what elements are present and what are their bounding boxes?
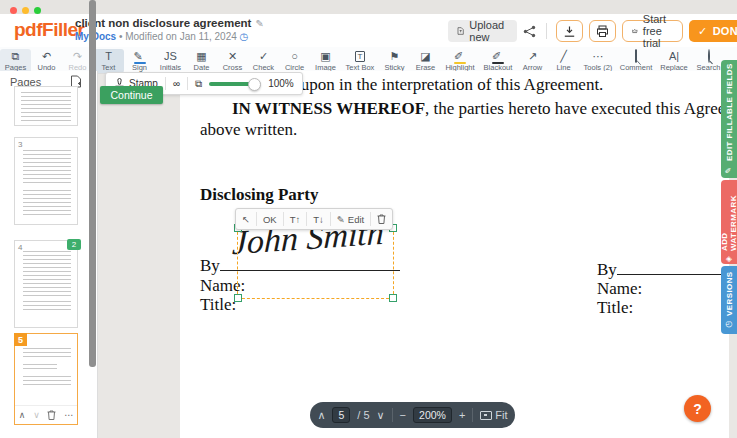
tool-sticky[interactable]: ⚑Sticky (379, 49, 410, 73)
zoom-level-value[interactable]: 200% (413, 407, 452, 423)
move-page-down-icon[interactable]: ∨ (33, 410, 40, 420)
document-title-block: client non disclosure agreement✎ My Docs… (75, 17, 264, 42)
continue-button[interactable]: Continue (100, 86, 163, 104)
pages-icon: ⧉ (12, 50, 20, 62)
previous-page-chevron-icon[interactable]: ∧ (317, 409, 325, 422)
delete-signature-icon[interactable] (371, 212, 392, 226)
tool-initials[interactable]: JSInitials (155, 49, 186, 73)
zoom-window-button[interactable] (34, 7, 41, 14)
page-thumbnail-4[interactable]: 4 2 (14, 240, 78, 328)
page-more-options-icon[interactable]: ⋯ (64, 410, 73, 420)
text-icon: T (105, 50, 112, 62)
witness-paragraph-line2: above written. (200, 120, 297, 140)
main-toolbar: ⧉Pages ↶Undo ↷Redo TText ✎Sign JSInitial… (0, 47, 737, 74)
page-number: 3 (18, 140, 22, 149)
download-icon (563, 25, 576, 38)
link-fields-icon[interactable]: ∞ (173, 78, 180, 89)
tool-undo[interactable]: ↶Undo (31, 49, 62, 73)
edit-button[interactable]: ✎Edit (331, 212, 371, 226)
upload-new-button[interactable]: Upload new (448, 20, 517, 42)
versions-tab[interactable]: ◷ VERSIONS (721, 266, 737, 334)
crown-icon (632, 26, 638, 36)
arrow-icon: ↗ (528, 50, 537, 62)
text-box-icon: T (355, 51, 366, 62)
comment-bubble-icon (635, 49, 637, 63)
line-icon: ╱ (560, 50, 567, 62)
rename-pencil-icon[interactable]: ✎ (255, 18, 263, 29)
opacity-value: 100% (268, 78, 294, 89)
document-canvas[interactable]: d upon in the interpretation of this Agr… (180, 71, 729, 438)
font-size-up-button[interactable]: T↑ (284, 212, 308, 226)
document-title: client non disclosure agreement (75, 17, 251, 29)
calendar-icon: ▦ (196, 50, 206, 62)
printer-icon (596, 25, 609, 38)
edit-fillable-fields-tab[interactable]: ✎ EDIT FILLABLE FIELDS (721, 60, 737, 178)
disclosing-party-heading: Disclosing Party (200, 185, 319, 205)
page-navigation-bar: ∧ 5 / 5 ∨ − 200% + Fit (310, 402, 515, 428)
fit-button[interactable]: Fit (480, 409, 507, 421)
title-field-left: Title: (200, 295, 236, 315)
download-button[interactable] (556, 20, 583, 42)
zoom-in-button[interactable]: + (459, 409, 465, 421)
app-header: pdfFiller client non disclosure agreemen… (0, 14, 737, 48)
ok-button[interactable]: OK (257, 212, 284, 226)
print-button[interactable] (589, 20, 616, 42)
opacity-slider[interactable] (209, 82, 261, 86)
tool-cross[interactable]: ✕Cross (217, 49, 248, 73)
next-page-chevron-icon[interactable]: ∨ (377, 409, 385, 422)
sidebar-scrollbar[interactable] (89, 0, 96, 367)
help-button[interactable]: ? (684, 395, 711, 422)
done-button[interactable]: ✓ DONE (689, 20, 737, 42)
tool-replace[interactable]: A|Replace (655, 49, 693, 73)
tool-text[interactable]: TText (93, 49, 124, 73)
signature-selection-box[interactable] (237, 227, 394, 299)
tool-tools-more[interactable]: ⋯Tools (2) (579, 49, 617, 73)
tool-image[interactable]: ▣Image (310, 49, 341, 73)
move-handle-icon[interactable]: ↖ (236, 212, 257, 226)
signature-line (617, 260, 725, 275)
resize-handle[interactable] (234, 294, 242, 302)
page-thumbnail-3[interactable]: 3 (14, 137, 78, 225)
sticky-flag-icon: ⚑ (390, 50, 400, 62)
font-size-down-button[interactable]: T↓ (307, 212, 331, 226)
title-field-right: Title: (597, 298, 633, 318)
delete-page-icon[interactable] (47, 410, 56, 420)
tool-blackout[interactable]: ✐Blackout (479, 49, 517, 73)
tool-date[interactable]: ▦Date (186, 49, 217, 73)
page-thumbnail-5-selected[interactable]: 5 ∧ ∨ ⋯ (14, 333, 78, 425)
close-window-button[interactable] (10, 7, 17, 14)
tool-pages[interactable]: ⧉Pages (0, 49, 31, 73)
undo-icon: ↶ (42, 50, 51, 62)
add-watermark-tab[interactable]: ◈ ADD WATERMARK (721, 180, 737, 264)
share-icon[interactable] (523, 25, 536, 38)
name-field-right: Name: (597, 279, 642, 299)
tool-highlight[interactable]: ✐Highlight (441, 49, 479, 73)
current-page-input[interactable]: 5 (332, 407, 350, 423)
history-clock-icon[interactable]: ◷ (240, 31, 249, 42)
circle-icon: ○ (291, 50, 298, 62)
move-page-up-icon[interactable]: ∧ (19, 410, 26, 420)
tool-search[interactable]: Search (693, 49, 724, 73)
tool-sign[interactable]: ✎Sign (124, 49, 155, 73)
slider-knob[interactable] (248, 78, 261, 91)
minimize-window-button[interactable] (22, 7, 29, 14)
tool-circle[interactable]: ○Circle (279, 49, 310, 73)
duplicate-icon[interactable]: ⧉ (195, 78, 202, 90)
resize-handle[interactable] (389, 294, 397, 302)
signature-mini-toolbar: ↖ OK T↑ T↓ ✎Edit (235, 208, 393, 230)
pdffiller-logo[interactable]: pdfFiller (14, 19, 84, 41)
initials-icon: JS (164, 50, 177, 62)
tool-line[interactable]: ╱Line (548, 49, 579, 73)
page-thumbnail-partial[interactable] (14, 86, 78, 126)
sign-pen-icon: ✎ (134, 50, 146, 62)
start-free-trial-button[interactable]: Start free trial (622, 20, 683, 42)
image-icon: ▣ (320, 50, 330, 62)
tool-text-box[interactable]: TText Box (341, 49, 379, 73)
witness-paragraph: IN WITNESS WHEREOF, the parties hereto h… (200, 98, 724, 120)
tool-comment[interactable]: Comment (617, 49, 655, 73)
tool-check[interactable]: ✓Check (248, 49, 279, 73)
tool-arrow[interactable]: ↗Arrow (517, 49, 548, 73)
upload-new-label: Upload new (469, 19, 508, 43)
tool-erase[interactable]: ◪Erase (410, 49, 441, 73)
zoom-out-button[interactable]: − (400, 409, 406, 421)
